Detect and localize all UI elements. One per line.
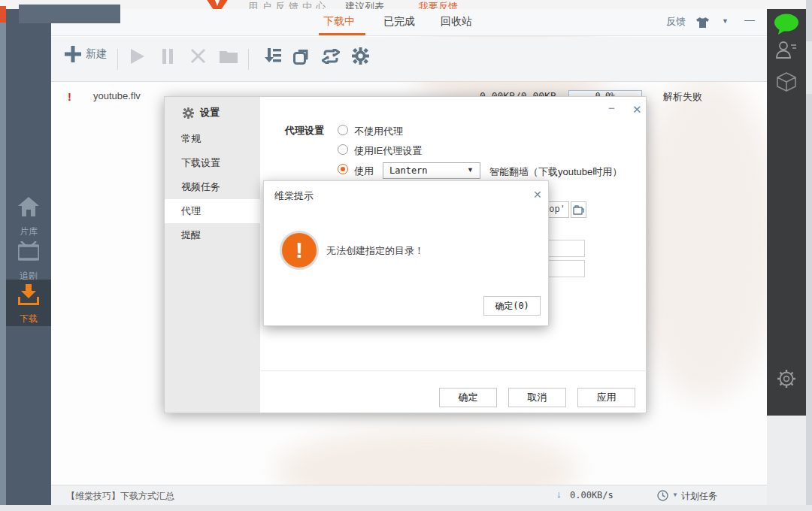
background-right-edge [806,0,812,511]
radio-ie-proxy-label[interactable]: 使用IE代理设置 [354,144,422,158]
download-speed: 0.00KB/s [570,490,614,500]
settings-title: 设置 [200,106,220,119]
new-task-button[interactable]: 新建 [65,46,107,62]
sidebar-gear-icon[interactable] [777,369,796,389]
left-sidebar: 片库 追剧 下载 [6,9,51,505]
settings-menu-video-task[interactable]: 视频任务 [165,175,260,199]
settings-menu: 设置 常规 下载设置 视频任务 代理 提醒 [165,97,260,413]
task-status: 解析失败 [663,90,702,104]
plan-chevron-down-icon[interactable]: ▼ [672,491,678,498]
background-menu-suggestions[interactable]: 建议列表 [345,0,384,9]
status-bar: 【维棠技巧】下载方式汇总 ↓ 0.00KB/s ▼ 计划任务 [51,485,767,505]
play-icon [131,49,144,64]
radio-no-proxy[interactable] [338,125,348,135]
refresh-loop-button[interactable] [322,49,340,64]
copy-link-button[interactable] [293,48,311,65]
minimize-button[interactable]: — [744,14,755,26]
sidebar-item-label: 下载 [6,313,51,325]
proxy-use-note: 智能翻墙（下载youtube时用） [489,165,622,179]
start-button[interactable] [131,49,144,64]
menu-chevron-down-icon[interactable]: ▼ [722,17,729,25]
toolbar-separator [248,49,249,70]
skin-tshirt-icon[interactable] [696,17,709,28]
right-sidebar [767,9,806,416]
apply-button[interactable]: 应用 [577,388,635,407]
pause-button[interactable] [162,49,173,64]
delete-button[interactable] [191,49,205,63]
scheduled-tasks-link[interactable]: 计划任务 [681,490,717,503]
cube-icon[interactable] [777,72,796,92]
browse-folder-button[interactable] [571,201,586,218]
cancel-button[interactable]: 取消 [508,388,566,407]
sidebar-item-library[interactable]: 片库 [6,192,51,239]
background-corner-block [19,5,120,23]
dialog-divider [261,370,647,371]
settings-menu-download[interactable]: 下载设置 [165,151,260,175]
plus-icon [65,46,81,62]
proxy-settings-label: 代理设置 [285,124,324,138]
proxy-dropdown-value: Lantern [389,165,428,176]
settings-gear-icon [183,107,194,119]
open-folder-button[interactable] [220,50,238,63]
sidebar-item-shows[interactable]: 追剧 [6,237,51,283]
tab-bar: 下载中 已完成 回收站 反馈 ▼ — [51,9,767,36]
radio-use-proxy[interactable] [338,164,348,174]
settings-button[interactable] [352,47,369,65]
settings-menu-reminder[interactable]: 提醒 [165,223,260,247]
feedback-link[interactable]: 反馈 [666,15,686,29]
radio-ie-proxy[interactable] [338,144,348,155]
background-window-title: 用户反馈中心 [248,0,329,9]
new-task-label: 新建 [86,47,107,61]
settings-menu-proxy[interactable]: 代理 [165,199,260,223]
tab-active-underline [319,33,365,35]
screen: 用户反馈中心 建议列表 我要反馈 下载中 已完成 回收站 反馈 [0,0,812,511]
dialog-close-button[interactable]: ✕ [632,104,642,115]
toolbar: 新建 [51,37,767,82]
copy-icon [293,48,311,65]
background-left-edge [0,0,6,511]
task-filename: youtube.flv [93,90,141,101]
radio-use-proxy-label[interactable]: 使用 [354,165,374,178]
alert-message: 无法创建指定的目录！ [326,244,424,258]
statusbar-tip-link[interactable]: 【维棠技巧】下载方式汇总 [66,490,174,503]
alert-ok-button[interactable]: 确定(0) [483,296,541,316]
pause-icon [162,49,173,64]
right-sidebar-lower [767,416,806,505]
chat-bubble-icon[interactable] [774,14,799,35]
clock-icon[interactable] [657,490,668,501]
tv-icon [18,241,39,261]
close-x-icon [191,49,205,63]
download-speed-arrow-icon: ↓ [556,488,562,500]
settings-menu-general[interactable]: 常规 [165,127,260,151]
user-contact-icon[interactable] [776,41,797,59]
tab-completed[interactable]: 已完成 [383,15,415,29]
radio-no-proxy-label[interactable]: 不使用代理 [354,125,403,138]
background-menu-feedback[interactable]: 我要反馈 [419,0,458,9]
ok-button[interactable]: 确定 [439,388,497,407]
warning-icon: ! [280,231,319,270]
home-icon [18,197,39,216]
sidebar-item-download[interactable]: 下载 [6,280,51,326]
alert-dialog: 维棠提示 ✕ ! 无法创建指定的目录！ 确定(0) [263,180,549,326]
folder-icon [220,50,238,63]
gear-icon [352,47,369,65]
alert-close-icon[interactable]: ✕ [533,189,542,200]
dropdown-chevron-down-icon: ▼ [467,166,474,174]
list-order-icon [265,48,281,64]
proxy-dropdown[interactable]: Lantern ▼ [383,162,480,179]
browse-folder-icon [573,204,584,215]
background-window-titlebar: 用户反馈中心 建议列表 我要反馈 [0,0,812,9]
toolbar-separator [117,49,118,70]
task-order-button[interactable] [265,48,281,64]
weitang-logo-icon [205,0,230,9]
tab-recycle-bin[interactable]: 回收站 [441,15,472,29]
alert-title: 维棠提示 [274,189,314,203]
settings-menu-header: 设置 [183,106,220,119]
dialog-minimize-button[interactable]: − [608,103,615,113]
loop-icon [322,49,340,64]
error-exclamation-icon: ! [68,90,71,103]
download-icon [18,284,39,305]
tab-downloading[interactable]: 下载中 [323,15,355,29]
background-bottom-edge [0,505,812,511]
